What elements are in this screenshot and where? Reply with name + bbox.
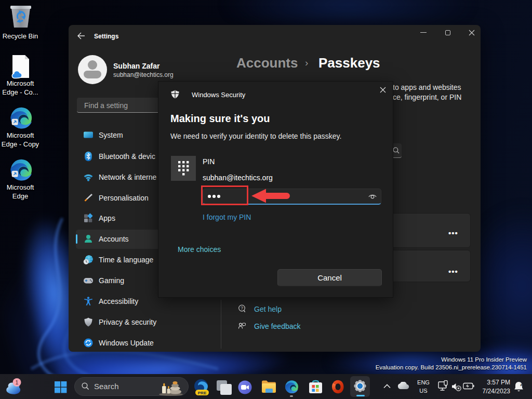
svg-text:?: ? [241,305,243,311]
svg-text:1: 1 [16,379,19,385]
svg-text:PRE: PRE [198,391,207,395]
svg-text:z: z [520,382,522,387]
